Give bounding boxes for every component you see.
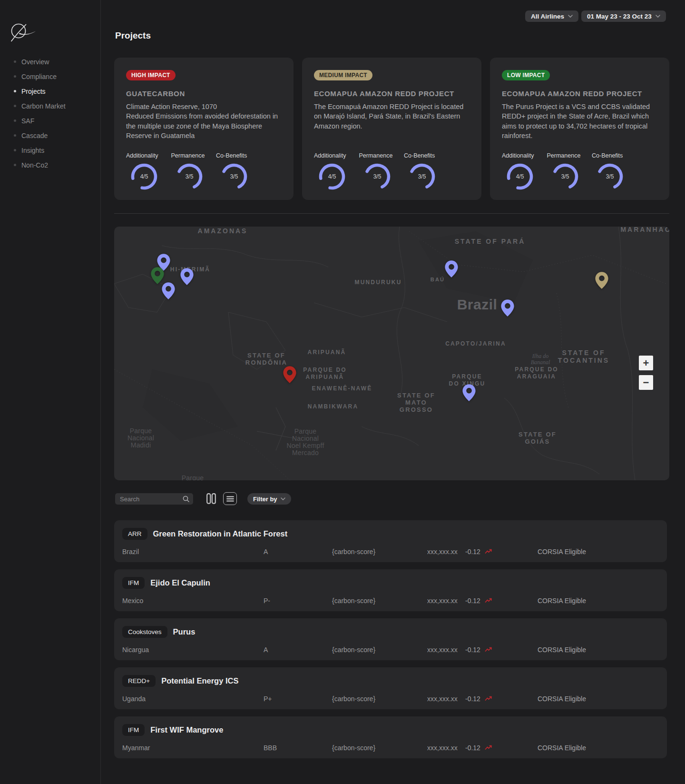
airlines-dropdown-label: All Airlines <box>531 13 564 20</box>
trend-up-icon <box>485 745 492 750</box>
score-metrics: Additionality 4/5 Permanence 3/5 <box>314 152 449 190</box>
card-description: The Ecomapuá Amazon REDD Project is loca… <box>314 102 470 131</box>
map-pin[interactable] <box>444 260 459 278</box>
bullet-icon <box>14 60 16 63</box>
project-row[interactable]: Cookstoves Purus Nicargua A {carbon-scor… <box>114 618 667 660</box>
trend-up-icon <box>485 598 492 603</box>
project-row-title: First WIF Mangrove <box>150 725 223 734</box>
metric-label: Permanence <box>171 152 216 159</box>
project-row[interactable]: REDD+ Potential Energy ICS Uganda P+ {ca… <box>114 667 667 709</box>
project-carbon-score: {carbon-score} <box>332 695 375 703</box>
metric-label: Co-Benefits <box>592 152 637 159</box>
page-title: Projects <box>115 30 151 41</box>
project-row-title: Green Restoration in Atlantic Forest <box>153 529 288 538</box>
project-rating: P+ <box>264 695 272 703</box>
score-metric: Permanence 3/5 <box>359 152 404 190</box>
metric-value: 3/5 <box>561 173 569 180</box>
project-rating: P- <box>264 597 270 605</box>
app-root: Overview Compliance Projects Carbon Mark… <box>0 0 685 784</box>
search-icon <box>183 496 189 502</box>
project-row-head: IFM First WIF Mangrove <box>122 724 223 736</box>
card-title: ECOMAPUA AMAZON REDD PROJECT <box>314 89 454 98</box>
project-carbon-score: {carbon-score} <box>332 548 375 556</box>
project-delta: -0.12 <box>465 646 480 654</box>
search-input[interactable] <box>115 493 193 505</box>
sidebar-item[interactable]: Projects <box>0 84 100 99</box>
sidebar-item[interactable]: Non-Co2 <box>0 158 100 172</box>
metric-value: 3/5 <box>418 173 426 180</box>
sidebar-item[interactable]: Cascade <box>0 128 100 143</box>
project-amount: xxx,xxx.xx <box>427 597 458 605</box>
score-gauge: 4/5 <box>131 163 157 190</box>
project-delta: -0.12 <box>465 597 480 605</box>
impact-badge: HIGH IMPACT <box>126 70 176 80</box>
date-range-label: 01 May 23 - 23 Oct 23 <box>587 13 652 20</box>
filter-by-dropdown[interactable]: Filter by <box>247 493 291 505</box>
columns-view-button[interactable] <box>204 492 218 505</box>
list-view-button[interactable] <box>223 492 237 505</box>
project-eligibility: CORSIA Eligible <box>538 744 586 752</box>
score-metric: Permanence 3/5 <box>171 152 216 190</box>
map-pin[interactable] <box>462 384 476 402</box>
map-pin[interactable] <box>180 268 194 286</box>
project-delta: -0.12 <box>465 744 480 752</box>
metric-value: 4/5 <box>328 173 336 180</box>
score-gauge: 4/5 <box>507 163 533 190</box>
sidebar-item[interactable]: Insights <box>0 143 100 158</box>
airlines-dropdown[interactable]: All Airlines <box>525 10 578 22</box>
map-pin[interactable] <box>500 299 515 317</box>
sidebar-item[interactable]: Compliance <box>0 69 100 84</box>
project-row-title: Potential Energy ICS <box>161 676 238 685</box>
map-pin[interactable] <box>595 271 609 289</box>
project-eligibility: CORSIA Eligible <box>538 548 586 556</box>
sidebar-item[interactable]: Carbon Market <box>0 99 100 113</box>
score-metric: Permanence 3/5 <box>547 152 592 190</box>
metric-label: Permanence <box>359 152 404 159</box>
project-amount: xxx,xxx.xx <box>427 744 458 752</box>
project-card: MEDIUM IMPACT ECOMAPUA AMAZON REDD PROJE… <box>302 58 481 200</box>
metric-value: 3/5 <box>373 173 381 180</box>
score-gauge: 3/5 <box>597 163 623 190</box>
project-card: LOW IMPACT ECOMAPUA AMAZON REDD PROJECT … <box>490 58 669 200</box>
score-gauge: 3/5 <box>364 163 391 190</box>
project-country: Myanmar <box>122 744 150 752</box>
project-rating: A <box>264 548 268 556</box>
score-metric: Additionality 4/5 <box>314 152 359 190</box>
sidebar-item-label: Compliance <box>21 73 57 80</box>
search-box <box>115 493 193 505</box>
project-row[interactable]: IFM Ejido El Capulin Mexico P- {carbon-s… <box>114 569 667 611</box>
project-type-badge: IFM <box>122 724 145 736</box>
map-zoom-in-button[interactable]: + <box>639 356 653 370</box>
map-pin[interactable] <box>283 366 297 384</box>
project-row[interactable]: ARR Green Restoration in Atlantic Forest… <box>114 520 667 562</box>
brazil-map[interactable]: AMAZONAS STATE OF PARÁ MARANHÃO HI-MERIM… <box>114 227 669 480</box>
sidebar-item-label: Cascade <box>21 132 48 139</box>
sidebar-item[interactable]: SAF <box>0 113 100 128</box>
project-row-head: REDD+ Potential Energy ICS <box>122 675 238 687</box>
project-row[interactable]: IFM First WIF Mangrove Myanmar BBB {carb… <box>114 716 667 758</box>
project-delta: -0.12 <box>465 548 480 556</box>
sidebar-item[interactable]: Overview <box>0 54 100 69</box>
chevron-down-icon <box>281 497 285 500</box>
score-metric: Co-Benefits 3/5 <box>404 152 449 190</box>
card-description: The Purus Project is a VCS and CCBS vali… <box>502 102 657 141</box>
sidebar-item-label: Non-Co2 <box>21 161 48 169</box>
chevron-down-icon <box>656 15 660 18</box>
map-pin[interactable] <box>161 282 176 300</box>
score-gauge: 3/5 <box>176 163 203 190</box>
section-divider <box>114 213 669 214</box>
boeing-logo <box>10 21 36 45</box>
sidebar-item-label: SAF <box>21 117 34 125</box>
bullet-icon <box>14 90 16 92</box>
date-range-dropdown[interactable]: 01 May 23 - 23 Oct 23 <box>581 10 666 22</box>
metric-label: Additionality <box>502 152 547 159</box>
trend-up-icon <box>485 647 492 652</box>
metric-value: 3/5 <box>230 173 238 180</box>
metric-label: Permanence <box>547 152 592 159</box>
score-metric: Co-Benefits 3/5 <box>592 152 637 190</box>
impact-badge: LOW IMPACT <box>502 70 550 80</box>
map-zoom-out-button[interactable]: − <box>639 375 653 390</box>
project-row-title: Purus <box>173 627 196 636</box>
project-rating: BBB <box>264 744 277 752</box>
project-carbon-score: {carbon-score} <box>332 597 375 605</box>
